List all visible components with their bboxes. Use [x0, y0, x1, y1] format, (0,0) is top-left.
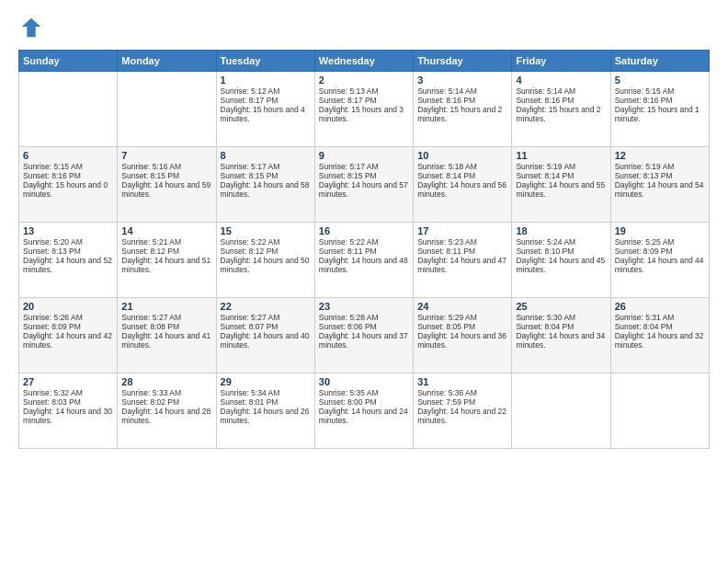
sunset-label: Sunset: 8:15 PM — [221, 171, 279, 180]
daylight-label: Daylight: 14 hours and 44 minutes. — [615, 256, 704, 274]
sunrise-label: Sunrise: 5:20 AM — [23, 237, 83, 247]
sunset-label: Sunset: 8:13 PM — [23, 247, 81, 256]
sunset-label: Sunset: 8:16 PM — [23, 171, 81, 180]
week-row-3: 13 Sunrise: 5:20 AM Sunset: 8:13 PM Dayl… — [19, 223, 710, 298]
day-number: 16 — [319, 225, 409, 236]
sunrise-label: Sunrise: 5:17 AM — [221, 162, 280, 171]
sunrise-label: Sunrise: 5:16 AM — [121, 162, 181, 171]
calendar-cell: 12 Sunrise: 5:19 AM Sunset: 8:13 PM Dayl… — [610, 147, 709, 223]
sunrise-label: Sunrise: 5:14 AM — [417, 86, 477, 96]
logo — [18, 15, 48, 40]
day-number: 31 — [417, 376, 507, 387]
day-number: 19 — [615, 225, 705, 236]
week-row-2: 6 Sunrise: 5:15 AM Sunset: 8:16 PM Dayli… — [19, 147, 710, 223]
sunrise-label: Sunrise: 5:13 AM — [319, 86, 379, 96]
sunrise-label: Sunrise: 5:27 AM — [121, 313, 181, 322]
sunset-label: Sunset: 8:08 PM — [121, 322, 179, 331]
day-number: 29 — [221, 376, 311, 387]
day-number: 10 — [417, 150, 507, 161]
day-number: 8 — [221, 150, 311, 161]
sunset-label: Sunset: 8:01 PM — [221, 397, 279, 407]
day-number: 15 — [221, 225, 311, 236]
daylight-label: Daylight: 14 hours and 47 minutes. — [417, 256, 506, 274]
day-number: 1 — [221, 75, 311, 86]
weekday-header-row: SundayMondayTuesdayWednesdayThursdayFrid… — [19, 51, 710, 72]
day-number: 20 — [23, 301, 113, 312]
calendar-cell: 26 Sunrise: 5:31 AM Sunset: 8:04 PM Dayl… — [610, 298, 709, 373]
calendar-cell: 25 Sunrise: 5:30 AM Sunset: 8:04 PM Dayl… — [512, 298, 610, 373]
calendar-cell: 31 Sunrise: 5:36 AM Sunset: 7:59 PM Dayl… — [414, 373, 512, 449]
weekday-header-saturday: Saturday — [610, 51, 709, 72]
sunset-label: Sunset: 8:07 PM — [221, 322, 279, 331]
daylight-label: Daylight: 14 hours and 58 minutes. — [221, 180, 310, 199]
sunset-label: Sunset: 8:13 PM — [615, 171, 673, 180]
day-number: 13 — [23, 225, 113, 236]
calendar-cell: 14 Sunrise: 5:21 AM Sunset: 8:12 PM Dayl… — [118, 223, 216, 298]
calendar-cell: 21 Sunrise: 5:27 AM Sunset: 8:08 PM Dayl… — [118, 298, 216, 373]
sunset-label: Sunset: 8:02 PM — [121, 397, 179, 407]
calendar-cell: 2 Sunrise: 5:13 AM Sunset: 8:17 PM Dayli… — [314, 72, 413, 147]
week-row-5: 27 Sunrise: 5:32 AM Sunset: 8:03 PM Dayl… — [19, 373, 710, 449]
calendar-cell: 20 Sunrise: 5:26 AM Sunset: 8:09 PM Dayl… — [19, 298, 118, 373]
day-number: 21 — [121, 301, 211, 312]
daylight-label: Daylight: 14 hours and 42 minutes. — [23, 331, 112, 350]
calendar-cell: 17 Sunrise: 5:23 AM Sunset: 8:11 PM Dayl… — [414, 223, 512, 298]
sunrise-label: Sunrise: 5:22 AM — [221, 237, 280, 247]
day-number: 5 — [615, 75, 705, 86]
sunrise-label: Sunrise: 5:18 AM — [417, 162, 477, 171]
daylight-label: Daylight: 14 hours and 57 minutes. — [319, 180, 408, 199]
sunrise-label: Sunrise: 5:26 AM — [23, 313, 83, 322]
daylight-label: Daylight: 14 hours and 32 minutes. — [615, 331, 704, 350]
daylight-label: Daylight: 14 hours and 30 minutes. — [23, 407, 112, 425]
calendar-cell: 9 Sunrise: 5:17 AM Sunset: 8:15 PM Dayli… — [314, 147, 413, 223]
calendar-cell: 10 Sunrise: 5:18 AM Sunset: 8:14 PM Dayl… — [414, 147, 512, 223]
day-number: 25 — [516, 301, 606, 312]
sunset-label: Sunset: 8:11 PM — [319, 247, 377, 256]
day-number: 6 — [23, 150, 113, 161]
calendar-cell: 30 Sunrise: 5:35 AM Sunset: 8:00 PM Dayl… — [314, 373, 413, 449]
daylight-label: Daylight: 15 hours and 2 minutes. — [516, 105, 600, 123]
sunset-label: Sunset: 8:10 PM — [516, 247, 574, 256]
sunset-label: Sunset: 8:12 PM — [121, 247, 179, 256]
calendar-cell: 23 Sunrise: 5:28 AM Sunset: 8:06 PM Dayl… — [314, 298, 413, 373]
sunrise-label: Sunrise: 5:35 AM — [319, 388, 379, 397]
sunrise-label: Sunrise: 5:31 AM — [615, 313, 675, 322]
calendar-cell: 27 Sunrise: 5:32 AM Sunset: 8:03 PM Dayl… — [19, 373, 118, 449]
sunrise-label: Sunrise: 5:15 AM — [615, 86, 675, 96]
calendar-cell: 24 Sunrise: 5:29 AM Sunset: 8:05 PM Dayl… — [414, 298, 512, 373]
sunrise-label: Sunrise: 5:19 AM — [615, 162, 675, 171]
logo-icon — [18, 15, 44, 40]
day-number: 11 — [516, 150, 606, 161]
calendar-cell — [610, 373, 709, 449]
calendar-cell: 5 Sunrise: 5:15 AM Sunset: 8:16 PM Dayli… — [610, 72, 709, 147]
sunset-label: Sunset: 8:09 PM — [23, 322, 81, 331]
sunset-label: Sunset: 8:16 PM — [417, 96, 475, 105]
sunrise-label: Sunrise: 5:28 AM — [319, 313, 379, 322]
week-row-1: 1 Sunrise: 5:12 AM Sunset: 8:17 PM Dayli… — [19, 72, 710, 147]
daylight-label: Daylight: 14 hours and 36 minutes. — [417, 331, 506, 350]
sunset-label: Sunset: 8:04 PM — [516, 322, 574, 331]
sunset-label: Sunset: 8:15 PM — [121, 171, 179, 180]
sunset-label: Sunset: 8:16 PM — [615, 96, 673, 105]
weekday-header-tuesday: Tuesday — [216, 51, 314, 72]
sunset-label: Sunset: 8:06 PM — [319, 322, 377, 331]
sunset-label: Sunset: 8:17 PM — [319, 96, 377, 105]
day-number: 23 — [319, 301, 409, 312]
daylight-label: Daylight: 15 hours and 0 minutes. — [23, 180, 108, 199]
calendar-cell: 19 Sunrise: 5:25 AM Sunset: 8:09 PM Dayl… — [610, 223, 709, 298]
calendar-cell: 7 Sunrise: 5:16 AM Sunset: 8:15 PM Dayli… — [118, 147, 216, 223]
daylight-label: Daylight: 14 hours and 52 minutes. — [23, 256, 112, 274]
daylight-label: Daylight: 15 hours and 2 minutes. — [417, 105, 502, 123]
calendar-table: SundayMondayTuesdayWednesdayThursdayFrid… — [18, 50, 710, 449]
daylight-label: Daylight: 14 hours and 22 minutes. — [417, 407, 506, 425]
daylight-label: Daylight: 14 hours and 41 minutes. — [121, 331, 210, 350]
sunrise-label: Sunrise: 5:21 AM — [121, 237, 181, 247]
daylight-label: Daylight: 14 hours and 48 minutes. — [319, 256, 408, 274]
day-number: 14 — [121, 225, 211, 236]
sunset-label: Sunset: 8:16 PM — [516, 96, 574, 105]
day-number: 22 — [221, 301, 311, 312]
daylight-label: Daylight: 15 hours and 1 minute. — [615, 105, 700, 123]
sunrise-label: Sunrise: 5:25 AM — [615, 237, 675, 247]
sunrise-label: Sunrise: 5:30 AM — [516, 313, 575, 322]
page: SundayMondayTuesdayWednesdayThursdayFrid… — [0, 0, 728, 563]
